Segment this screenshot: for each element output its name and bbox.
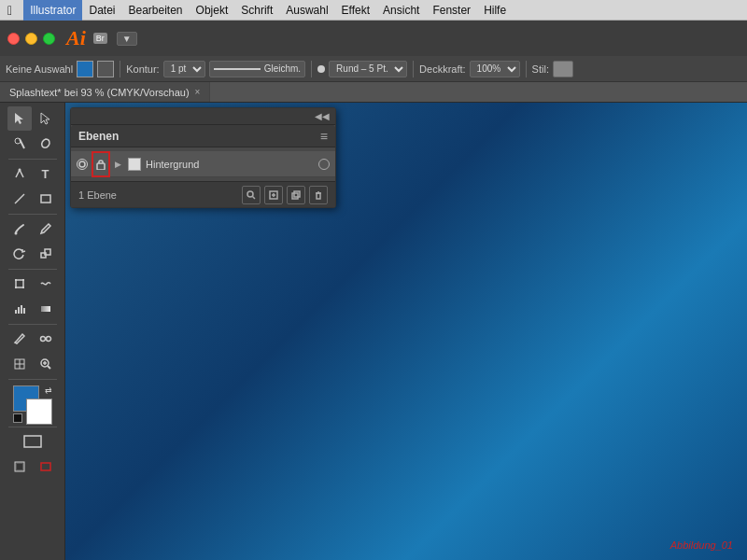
menu-effekt[interactable]: Effekt xyxy=(335,0,376,21)
separator-tools-4 xyxy=(8,324,57,325)
kontur-select[interactable]: 1 pt xyxy=(163,61,205,77)
menu-auswahl[interactable]: Auswahl xyxy=(279,0,334,21)
color-swatch-area: ⇄ xyxy=(13,385,52,425)
change-screen-btn[interactable] xyxy=(34,455,58,479)
free-transform-tool[interactable] xyxy=(7,272,32,296)
svg-rect-17 xyxy=(21,305,22,314)
separator-tools-5 xyxy=(8,379,57,380)
doc-tab-area: Splashtext* bei 93 % (CMYK/Vorschau) × xyxy=(0,82,747,103)
main-area: T xyxy=(0,103,747,560)
type-tool[interactable]: T xyxy=(34,161,58,186)
doc-tab-close[interactable]: × xyxy=(195,87,201,97)
rect-tool[interactable] xyxy=(34,187,58,211)
stil-label: Stil: xyxy=(532,63,549,75)
reset-colors-icon[interactable] xyxy=(13,413,22,423)
svg-rect-16 xyxy=(18,307,20,314)
svg-rect-45 xyxy=(317,193,320,199)
blend-tool[interactable] xyxy=(34,327,58,351)
svg-point-36 xyxy=(78,159,88,169)
layer-search-btn[interactable] xyxy=(242,186,261,204)
doc-tab-title: Splashtext* bei 93 % (CMYK/Vorschau) xyxy=(9,87,190,98)
menu-hilfe[interactable]: Hilfe xyxy=(477,0,513,21)
svg-marker-1 xyxy=(41,113,49,124)
optionsbar: Keine Auswahl Kontur: 1 pt Gleichm. Rund… xyxy=(0,56,747,82)
paintbrush-tool[interactable] xyxy=(7,217,32,241)
maximize-button[interactable] xyxy=(43,33,55,45)
stil-preview[interactable] xyxy=(553,61,573,77)
panel-top-bar: ◀◀ xyxy=(71,108,335,125)
tool-row-9 xyxy=(7,327,58,351)
layer-color-swatch xyxy=(128,158,141,171)
normal-mode-btn[interactable] xyxy=(21,429,45,454)
svg-line-39 xyxy=(253,196,256,199)
select-tool[interactable] xyxy=(7,106,32,131)
separator-2 xyxy=(311,61,312,77)
gradient-tool[interactable] xyxy=(34,297,58,321)
menu-objekt[interactable]: Objekt xyxy=(190,0,235,21)
svg-marker-0 xyxy=(15,113,23,124)
panel-header: Ebenen ≡ xyxy=(71,125,335,147)
layer-add-btn[interactable] xyxy=(264,186,283,204)
menu-fenster[interactable]: Fenster xyxy=(426,0,477,21)
magic-wand-tool[interactable] xyxy=(7,132,32,156)
opacity-select[interactable]: 100% xyxy=(470,61,520,77)
layer-target-icon[interactable] xyxy=(315,151,333,177)
direct-select-tool[interactable] xyxy=(34,106,58,131)
cap-dot-icon xyxy=(317,65,325,73)
svg-point-21 xyxy=(40,337,45,342)
rotate-tool[interactable] xyxy=(7,242,32,266)
line-tool[interactable] xyxy=(7,187,32,211)
layer-duplicate-btn[interactable] xyxy=(287,186,305,204)
eyedropper-tool[interactable] xyxy=(7,327,32,351)
cap-select[interactable]: Rund – 5 Pt. xyxy=(329,61,407,77)
zoom-tool[interactable] xyxy=(34,352,58,376)
layer-expand-icon[interactable]: ▶ xyxy=(110,151,125,177)
titlebar: Ai Br ▼ xyxy=(0,21,747,56)
pencil-tool[interactable] xyxy=(34,217,58,241)
svg-rect-13 xyxy=(15,287,17,288)
panel-footer: 1 Ebene xyxy=(71,181,335,207)
svg-point-38 xyxy=(247,191,253,197)
layer-row[interactable]: ▶ Hintergrund xyxy=(71,151,335,177)
scale-tool[interactable] xyxy=(34,242,58,266)
stroke-style-preview[interactable]: Gleichm. xyxy=(209,61,305,77)
slice-tool[interactable] xyxy=(7,352,32,376)
svg-point-35 xyxy=(79,161,85,167)
svg-rect-19 xyxy=(41,306,50,312)
stroke-color-box[interactable] xyxy=(97,61,114,77)
panel-content: ▶ Hintergrund xyxy=(71,147,335,181)
panel-collapse-icon[interactable]: ◀◀ xyxy=(315,111,330,121)
apple-menu[interactable]:  xyxy=(7,3,12,18)
swap-colors-icon[interactable]: ⇄ xyxy=(45,385,52,395)
menubar:  Illustrator Datei Bearbeiten Objekt Sc… xyxy=(0,0,747,21)
panel-menu-icon[interactable]: ≡ xyxy=(320,129,328,144)
svg-point-7 xyxy=(14,232,17,235)
opacity-label: Deckkraft: xyxy=(419,63,466,75)
menu-illustrator[interactable]: Illustrator xyxy=(23,0,82,21)
warp-tool[interactable] xyxy=(34,272,58,296)
svg-rect-11 xyxy=(15,279,17,281)
svg-line-5 xyxy=(15,194,24,203)
close-button[interactable] xyxy=(7,33,20,45)
minimize-button[interactable] xyxy=(25,33,37,45)
lasso-tool[interactable] xyxy=(34,132,58,156)
menu-schrift[interactable]: Schrift xyxy=(234,0,279,21)
menu-bearbeiten[interactable]: Bearbeiten xyxy=(122,0,190,21)
layer-visibility-icon[interactable] xyxy=(73,151,92,177)
pen-tool[interactable] xyxy=(7,161,32,186)
fill-color-box[interactable] xyxy=(77,61,93,77)
screen-mode-btn[interactable] xyxy=(7,455,32,479)
layer-delete-btn[interactable] xyxy=(309,186,328,204)
svg-rect-10 xyxy=(16,280,23,287)
background-color[interactable] xyxy=(26,399,52,425)
separator-tools-2 xyxy=(8,214,57,215)
layer-lock-icon[interactable] xyxy=(92,151,110,177)
menu-datei[interactable]: Datei xyxy=(82,0,121,21)
panel-toggle-btn[interactable]: ▼ xyxy=(117,32,137,46)
separator-tools-3 xyxy=(8,269,57,270)
svg-point-22 xyxy=(46,337,50,342)
doc-tab[interactable]: Splashtext* bei 93 % (CMYK/Vorschau) × xyxy=(0,82,210,102)
graph-tool[interactable] xyxy=(7,297,32,321)
tool-row-6 xyxy=(7,242,58,266)
menu-ansicht[interactable]: Ansicht xyxy=(376,0,426,21)
